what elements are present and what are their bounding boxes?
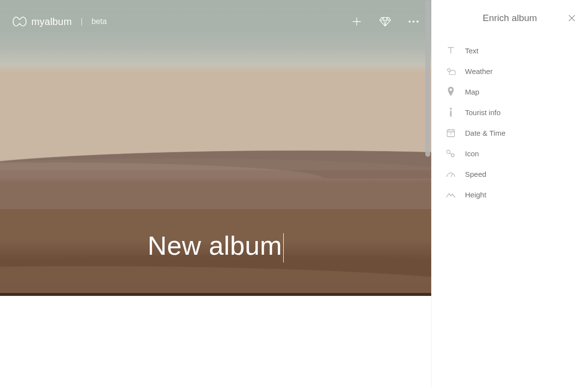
scroll-down-button[interactable] [206, 353, 225, 372]
album-title-input[interactable]: New album [0, 230, 431, 263]
height-icon [445, 189, 456, 200]
svg-point-8 [447, 150, 450, 154]
svg-point-3 [448, 69, 450, 71]
text-caret [283, 233, 284, 263]
panel-item-map[interactable]: Map [445, 81, 579, 102]
panel-item-label: Weather [465, 67, 492, 75]
premium-button[interactable] [379, 16, 391, 27]
text-icon [445, 45, 456, 56]
map-pin-icon [445, 86, 456, 97]
brand-name: myalbum [31, 16, 72, 27]
topbar-actions [351, 16, 419, 27]
topbar: myalbum | beta [13, 13, 419, 30]
panel-title: Enrich album [483, 13, 537, 24]
speed-icon [445, 169, 456, 179]
svg-rect-5 [450, 111, 452, 117]
add-button[interactable] [351, 16, 363, 27]
panel-item-label: Speed [465, 170, 486, 178]
brand-separator: | [81, 17, 83, 26]
brand-logo-icon [13, 16, 26, 27]
scrollbar-track[interactable] [424, 0, 431, 387]
chevron-down-icon [212, 359, 219, 366]
album-title-text: New album [147, 231, 282, 260]
panel-item-label: Tourist info [465, 108, 501, 117]
svg-point-9 [451, 154, 454, 157]
panel-item-height[interactable]: Height [445, 184, 579, 205]
panel-close-button[interactable] [566, 13, 577, 24]
diamond-icon [379, 16, 391, 27]
icon-shape-icon [445, 148, 456, 159]
panel-item-date-time[interactable]: 7 Date & Time [445, 122, 579, 143]
enrich-panel: Enrich album Text Weather [431, 0, 588, 387]
panel-item-speed[interactable]: Speed [445, 164, 579, 184]
brand[interactable]: myalbum | beta [13, 16, 107, 27]
info-icon [445, 107, 456, 118]
svg-point-4 [450, 108, 452, 110]
plus-icon [351, 16, 362, 27]
panel-item-label: Icon [465, 149, 479, 158]
svg-text:7: 7 [450, 132, 452, 136]
svg-point-0 [409, 21, 411, 23]
weather-icon [445, 66, 456, 76]
panel-item-tourist-info[interactable]: Tourist info [445, 102, 579, 122]
panel-item-label: Map [465, 88, 479, 96]
panel-item-label: Text [465, 47, 479, 55]
close-icon [568, 14, 576, 22]
panel-item-icon[interactable]: Icon [445, 143, 579, 164]
panel-item-label: Height [465, 191, 486, 199]
panel-item-text[interactable]: Text [445, 40, 579, 61]
panel-header: Enrich album [432, 0, 588, 36]
more-button[interactable] [408, 16, 419, 27]
panel-list: Text Weather Map Tourist info [432, 36, 588, 205]
brand-badge: beta [92, 17, 107, 26]
scrollbar-thumb[interactable] [425, 0, 430, 157]
svg-point-1 [413, 21, 415, 23]
panel-item-label: Date & Time [465, 129, 506, 137]
calendar-icon: 7 [445, 127, 456, 138]
svg-point-2 [416, 21, 418, 23]
panel-item-weather[interactable]: Weather [445, 61, 579, 81]
more-icon [408, 20, 419, 23]
album-cover: myalbum | beta New al [0, 0, 431, 387]
